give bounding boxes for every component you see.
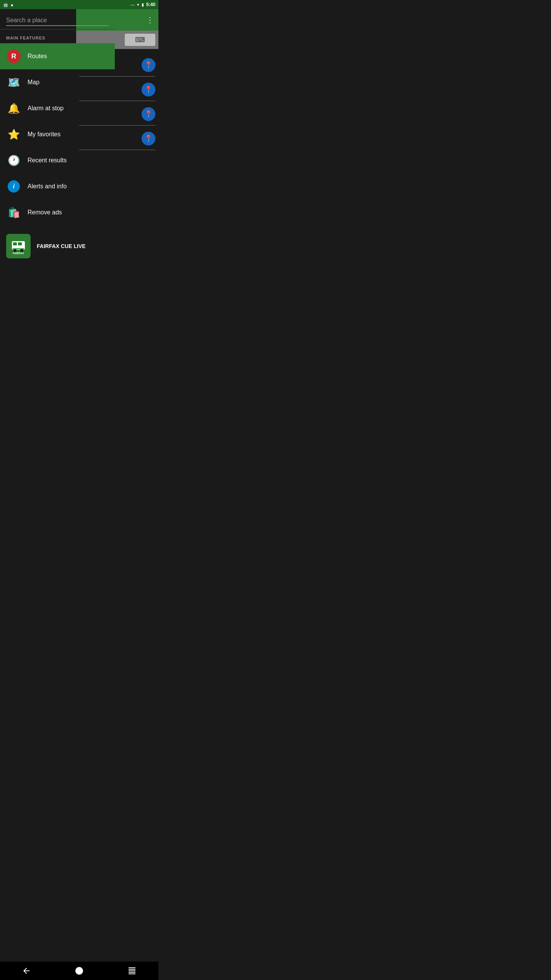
menu-item-routes[interactable]: R Routes xyxy=(0,43,115,69)
more-options-icon[interactable]: ⋮ xyxy=(146,15,154,24)
map-pin-icon-1: 📍 xyxy=(142,58,155,72)
status-bar-left: 🤖 ▲ xyxy=(3,2,14,7)
recent-results-label: Recent results xyxy=(28,157,67,164)
svg-point-4 xyxy=(20,249,23,252)
notification-icon: — xyxy=(130,2,135,7)
map-pin-icon-2: 📍 xyxy=(142,83,155,96)
routes-icon: R xyxy=(6,49,21,64)
alerts-and-info-label: Alerts and info xyxy=(28,183,67,190)
android-icon: 🤖 xyxy=(3,2,8,7)
star-icon: ⭐ xyxy=(6,127,21,142)
menu-item-remove-ads[interactable]: 🛍️ Remove ads xyxy=(0,199,115,225)
status-bar: 🤖 ▲ — ▾ ▮ 5:40 xyxy=(0,0,158,9)
svg-rect-2 xyxy=(18,242,22,245)
remove-ads-label: Remove ads xyxy=(28,209,62,216)
menu-item-recent-results[interactable]: 🕐 Recent results xyxy=(0,147,115,173)
menu-item-alerts-and-info[interactable]: i Alerts and info xyxy=(0,173,115,199)
keyboard-icon: ⌨ xyxy=(135,36,145,44)
search-input[interactable] xyxy=(6,15,109,26)
status-bar-right: — ▾ ▮ 5:40 xyxy=(130,2,155,7)
svg-rect-1 xyxy=(13,242,17,245)
main-features-header: MAIN FEATURES xyxy=(0,29,115,43)
keyboard-icon-box: ⌨ xyxy=(125,34,155,46)
signal-icon: ▲ xyxy=(10,2,14,7)
menu-item-map[interactable]: 🗺️ Map xyxy=(0,69,115,95)
status-time: 5:40 xyxy=(146,2,155,7)
map-icon: 🗺️ xyxy=(6,75,21,90)
map-label: Map xyxy=(28,79,39,86)
battery-icon: ▮ xyxy=(142,2,144,7)
search-container xyxy=(0,9,115,29)
wifi-icon: ▾ xyxy=(137,2,139,7)
svg-point-3 xyxy=(13,249,16,252)
fairfax-label: FAIRFAX CUE LIVE xyxy=(37,243,86,249)
alarm-at-stop-label: Alarm at stop xyxy=(28,105,64,112)
svg-rect-5 xyxy=(13,248,24,249)
map-pin-icon-4: 📍 xyxy=(142,132,155,145)
menu-item-my-favorites[interactable]: ⭐ My favorites xyxy=(0,121,115,147)
fairfax-icon: FAIRFAX xyxy=(6,234,31,258)
menu-item-alarm-at-stop[interactable]: 🔔 Alarm at stop xyxy=(0,95,115,121)
routes-label: Routes xyxy=(28,53,47,60)
my-favorites-label: My favorites xyxy=(28,131,60,138)
menu-item-fairfax-cue-live[interactable]: FAIRFAX FAIRFAX CUE LIVE xyxy=(0,229,115,264)
fairfax-bus-icon: FAIRFAX xyxy=(9,237,28,256)
info-icon: i xyxy=(6,179,21,194)
map-pin-icon-3: 📍 xyxy=(142,107,155,121)
svg-text:FAIRFAX: FAIRFAX xyxy=(13,252,24,255)
bag-icon: 🛍️ xyxy=(6,205,21,220)
bell-icon: 🔔 xyxy=(6,101,21,116)
clock-icon: 🕐 xyxy=(6,153,21,168)
